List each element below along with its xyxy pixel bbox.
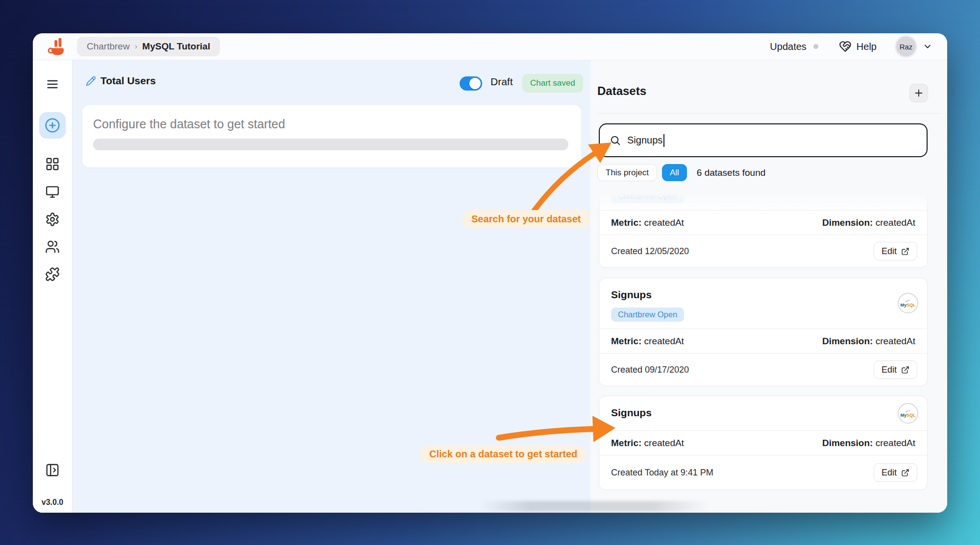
- scroll-shadow: [479, 501, 710, 512]
- filter-all[interactable]: All: [662, 164, 687, 181]
- users-icon: [45, 239, 60, 254]
- dataset-title: Signups: [611, 289, 652, 301]
- monitor-icon: [45, 185, 60, 199]
- dataset-list: Chartbrew Open 〰 MySQL Metric: createdAt…: [599, 189, 928, 513]
- edit-pencil-icon[interactable]: [86, 76, 96, 86]
- plus-icon: [913, 88, 924, 98]
- external-link-icon: [901, 366, 909, 374]
- created-date: Created 12/05/2020: [611, 246, 689, 257]
- avatar[interactable]: Raz: [896, 37, 916, 56]
- breadcrumb-separator-icon: ›: [135, 42, 138, 51]
- grid-icon: [45, 157, 60, 171]
- datasets-panel: Datasets Signups This project All 6 data…: [590, 60, 947, 513]
- dimension-cell: Dimension: createdAt: [822, 336, 915, 347]
- add-dataset-button[interactable]: [909, 84, 928, 102]
- draft-label: Draft: [490, 76, 513, 88]
- toggle-knob: [469, 78, 481, 89]
- dataset-search-input[interactable]: Signups: [599, 123, 928, 157]
- heart-handshake-icon: [839, 40, 852, 53]
- gear-icon: [45, 212, 60, 227]
- chartbrew-open-badge: Chartbrew Open: [611, 308, 684, 322]
- help-label: Help: [857, 41, 877, 52]
- external-link-icon: [901, 469, 909, 477]
- chart-empty-card: Configure the dataset to get started: [82, 105, 581, 167]
- header-actions: Updates Help Raz: [770, 37, 932, 56]
- breadcrumb: Chartbrew › MySQL Tutorial: [77, 37, 220, 56]
- external-link-icon: [901, 247, 909, 256]
- mysql-avatar: 〰 MySQL: [898, 293, 918, 313]
- metric-cell: Metric: createdAt: [611, 438, 684, 449]
- chevron-down-icon[interactable]: [923, 42, 932, 51]
- results-count: 6 datasets found: [697, 167, 766, 178]
- chartbrew-logo-icon[interactable]: [47, 36, 68, 57]
- sidebar: v3.0.0: [33, 60, 73, 513]
- plus-circle-icon: [45, 118, 60, 133]
- chart-title[interactable]: Total Users: [100, 75, 156, 87]
- app-version: v3.0.0: [42, 498, 63, 507]
- created-date: Created 09/17/2020: [611, 365, 689, 375]
- avatar-initials: Raz: [900, 43, 913, 51]
- chart-empty-message: Configure the dataset to get started: [93, 117, 285, 131]
- metric-cell: Metric: createdAt: [611, 217, 684, 228]
- edit-dataset-button[interactable]: Edit: [874, 242, 917, 261]
- puzzle-icon: [45, 267, 60, 282]
- chartbrew-open-badge: Chartbrew Open: [611, 189, 684, 203]
- dataset-card[interactable]: Chartbrew Open 〰 MySQL Metric: createdAt…: [599, 189, 928, 268]
- datasets-title: Datasets: [597, 84, 646, 98]
- sidebar-item-team[interactable]: [45, 239, 60, 254]
- chart-placeholder-bar: [93, 139, 568, 150]
- created-date: Created Today at 9:41 PM: [611, 468, 713, 478]
- updates-button[interactable]: Updates: [770, 41, 807, 52]
- panel-divider: [597, 113, 941, 114]
- sidebar-item-monitor[interactable]: [45, 185, 60, 199]
- dimension-cell: Dimension: createdAt: [822, 438, 915, 449]
- sidebar-item-integrations[interactable]: [45, 267, 60, 282]
- expand-panel-icon[interactable]: [45, 463, 60, 477]
- updates-dot-icon: [813, 44, 818, 49]
- menu-icon[interactable]: [46, 77, 59, 91]
- metric-cell: Metric: createdAt: [611, 336, 684, 347]
- mysql-avatar: 〰 MySQL: [898, 403, 918, 424]
- dataset-card[interactable]: Signups Chartbrew Open 〰 MySQL Metric: c…: [599, 278, 928, 386]
- breadcrumb-app[interactable]: Chartbrew: [87, 41, 130, 52]
- sidebar-item-dashboard[interactable]: [45, 157, 60, 171]
- edit-dataset-button[interactable]: Edit: [874, 360, 917, 379]
- search-value: Signups: [627, 135, 662, 146]
- dataset-card[interactable]: Signups 〰 MySQL Metric: createdAt Dimens…: [599, 396, 928, 490]
- sidebar-item-settings[interactable]: [45, 212, 60, 227]
- draft-toggle[interactable]: [460, 76, 482, 91]
- dimension-cell: Dimension: createdAt: [822, 217, 915, 228]
- edit-dataset-button[interactable]: Edit: [874, 463, 917, 482]
- text-cursor: [663, 134, 664, 147]
- chart-saved-badge: Chart saved: [522, 74, 583, 93]
- sidebar-item-create-chart[interactable]: [39, 112, 66, 139]
- breadcrumb-page[interactable]: MySQL Tutorial: [142, 41, 210, 52]
- tooltip-search: Search for your dataset: [462, 210, 590, 228]
- dataset-title: Signups: [611, 407, 652, 419]
- filter-this-project[interactable]: This project: [597, 164, 657, 181]
- search-icon: [610, 135, 621, 146]
- tooltip-dataset: Click on a dataset to get started: [420, 445, 587, 463]
- help-button[interactable]: Help: [839, 40, 877, 53]
- app-window: Chartbrew › MySQL Tutorial Updates Help …: [33, 33, 947, 513]
- top-header: Chartbrew › MySQL Tutorial Updates Help …: [33, 33, 947, 60]
